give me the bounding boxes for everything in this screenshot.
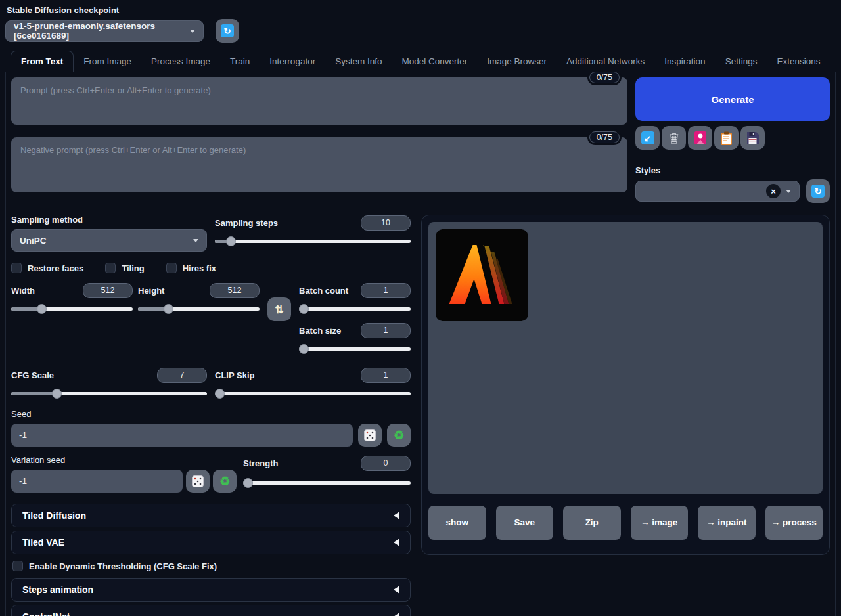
batch-count-slider[interactable] <box>299 303 411 314</box>
chevron-down-icon <box>786 190 791 193</box>
styles-select[interactable]: × <box>635 181 800 202</box>
recycle-icon: ♻ <box>219 475 230 487</box>
main-tabbar: From Text From Image Process Image Train… <box>5 51 836 72</box>
random-variation-seed-button[interactable] <box>186 470 210 493</box>
width-value[interactable]: 512 <box>83 283 133 298</box>
generate-column: Generate ↙ <box>635 77 830 203</box>
sampling-steps-group: Sampling steps 10 <box>215 215 411 252</box>
sampling-method-value: UniPC <box>20 236 47 246</box>
styles-label: Styles <box>635 165 830 175</box>
paste-params-button[interactable]: ↙ <box>635 126 660 150</box>
save-style-button[interactable] <box>740 126 765 150</box>
accordion-tiled-vae[interactable]: Tiled VAE <box>11 531 411 554</box>
checkbox-icon <box>11 263 22 273</box>
gallery-actions: show Save Zip → image → inpaint → proces… <box>428 506 823 540</box>
chevron-down-icon <box>190 30 195 33</box>
tab-image-browser[interactable]: Image Browser <box>477 51 557 72</box>
height-group: Height 512 <box>138 282 260 354</box>
extra-networks-button[interactable] <box>688 126 712 150</box>
cfg-scale-value[interactable]: 7 <box>157 368 207 383</box>
accordion-controlnet[interactable]: ControlNet <box>11 605 411 616</box>
width-slider[interactable] <box>11 303 133 314</box>
prompt-tools-row: ↙ <box>635 126 830 150</box>
reuse-seed-button[interactable]: ♻ <box>387 424 411 447</box>
tab-train[interactable]: Train <box>220 51 260 72</box>
collapse-arrow-icon <box>394 613 399 616</box>
send-to-inpaint-button[interactable]: → inpaint <box>698 506 756 540</box>
sampling-steps-label: Sampling steps <box>215 218 278 228</box>
send-to-image-button[interactable]: → image <box>631 506 689 540</box>
tab-model-converter[interactable]: Model Converter <box>392 51 477 72</box>
tab-system-info[interactable]: System Info <box>325 51 392 72</box>
sampling-steps-value[interactable]: 10 <box>361 215 411 231</box>
generation-controls: Sampling method UniPC Sampling steps 10 <box>11 215 411 616</box>
tab-extensions[interactable]: Extensions <box>767 51 830 72</box>
checkpoint-value: v1-5-pruned-emaonly.safetensors [6ce0161… <box>14 21 190 41</box>
tab-interrogator[interactable]: Interrogator <box>260 51 325 72</box>
clip-skip-slider[interactable] <box>215 388 411 399</box>
cfg-scale-slider[interactable] <box>11 388 207 399</box>
collapse-arrow-icon <box>394 539 399 546</box>
checkpoint-select[interactable]: v1-5-pruned-emaonly.safetensors [6ce0161… <box>5 20 204 42</box>
accordion-steps-animation[interactable]: Steps animation <box>11 578 411 602</box>
seed-input[interactable] <box>11 424 353 447</box>
strength-value[interactable]: 0 <box>361 456 411 471</box>
checkpoint-label: Stable Diffusion checkpoint <box>7 5 836 15</box>
clip-skip-value[interactable]: 1 <box>361 368 411 383</box>
prompt-column: 0/75 0/75 <box>11 77 627 203</box>
height-slider[interactable] <box>138 303 260 314</box>
swap-arrows-icon: ⇅ <box>275 304 283 315</box>
batch-size-slider[interactable] <box>299 343 411 354</box>
batch-count-value[interactable]: 1 <box>361 283 411 298</box>
zip-button[interactable]: Zip <box>563 506 621 540</box>
trash-icon <box>668 131 681 144</box>
send-to-process-button[interactable]: → process <box>765 506 823 540</box>
seed-group: Seed ♻ <box>11 409 411 447</box>
reuse-variation-seed-button[interactable]: ♻ <box>213 470 237 493</box>
refresh-checkpoints-button[interactable]: ↻ <box>216 19 239 43</box>
accordion-tiled-diffusion[interactable]: Tiled Diffusion <box>11 504 411 527</box>
refresh-styles-button[interactable]: ↻ <box>806 179 830 203</box>
from-text-panel: 0/75 0/75 Generate ↙ <box>5 72 836 616</box>
show-button[interactable]: show <box>428 506 486 540</box>
tab-process-image[interactable]: Process Image <box>141 51 220 72</box>
tab-settings[interactable]: Settings <box>716 51 767 72</box>
collapse-arrow-icon <box>394 512 399 519</box>
batch-count-group: Batch count 1 <box>299 282 411 314</box>
batch-size-value[interactable]: 1 <box>361 323 411 338</box>
variation-seed-group: Variation seed <box>11 455 237 493</box>
collapse-arrow-icon <box>394 586 399 594</box>
apply-styles-button[interactable] <box>714 126 739 150</box>
refresh-icon: ↻ <box>221 24 234 37</box>
negative-prompt-token-counter: 0/75 <box>589 131 620 143</box>
sampling-method-select[interactable]: UniPC <box>11 229 207 252</box>
floppy-save-icon <box>746 131 759 144</box>
app-root: Stable Diffusion checkpoint v1-5-pruned-… <box>0 0 841 616</box>
result-thumbnail orange-a-logo[interactable] <box>436 229 528 321</box>
strength-slider[interactable] <box>243 477 411 488</box>
variation-strength-group: Strength 0 <box>243 455 411 493</box>
save-button[interactable]: Save <box>496 506 554 540</box>
tab-inspiration[interactable]: Inspiration <box>654 51 715 72</box>
hires-fix-checkbox[interactable]: Hires fix <box>166 263 216 273</box>
gallery-preview[interactable] <box>428 222 823 494</box>
clear-styles-icon[interactable]: × <box>766 184 781 198</box>
swap-dimensions-button[interactable]: ⇅ <box>267 297 291 321</box>
tab-from-image[interactable]: From Image <box>74 51 141 72</box>
negative-prompt-input[interactable] <box>11 137 627 192</box>
height-value[interactable]: 512 <box>210 283 260 298</box>
variation-seed-input[interactable] <box>11 470 183 493</box>
sampling-steps-slider[interactable] <box>215 236 411 246</box>
batch-size-group: Batch size 1 <box>299 322 411 354</box>
restore-faces-checkbox[interactable]: Restore faces <box>11 263 83 273</box>
prompt-input[interactable] <box>11 77 627 125</box>
dice-icon <box>192 475 204 487</box>
checkbox-icon <box>12 561 23 571</box>
generate-button[interactable]: Generate <box>635 77 830 121</box>
random-seed-button[interactable] <box>358 424 382 447</box>
tab-additional-networks[interactable]: Additional Networks <box>557 51 654 72</box>
dynamic-thresholding-checkbox[interactable]: Enable Dynamic Thresholding (CFG Scale F… <box>12 561 411 571</box>
tiling-checkbox[interactable]: Tiling <box>105 263 144 273</box>
clear-prompt-button[interactable] <box>662 126 686 150</box>
tab-from-text[interactable]: From Text <box>11 51 74 72</box>
